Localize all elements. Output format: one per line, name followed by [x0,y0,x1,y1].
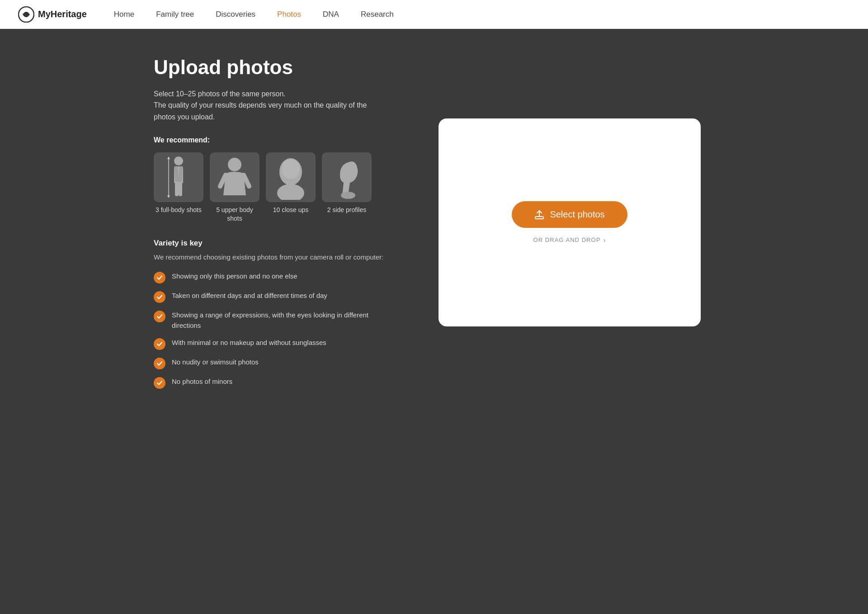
check-icon-6 [154,377,165,389]
drop-zone[interactable]: Select photos OR DRAG AND DROP › [439,118,701,326]
check-icon-1 [154,272,165,283]
variety-heading: Variety is key [154,239,389,248]
check-icon-4 [154,338,165,350]
photo-type-closeup-box [266,152,316,202]
navbar: MyHeritage Home Family tree Discoveries … [0,0,868,29]
photo-type-fullbody: 3 full-body shots [154,152,203,222]
logo-text: MyHeritage [38,9,87,19]
variety-subtext: We recommend choosing existing photos fr… [154,252,389,263]
checklist-item-2: Taken on different days and at different… [154,291,389,303]
photo-type-upperbody-box [210,152,259,202]
upper-body-icon [217,155,253,200]
nav-item-discoveries[interactable]: Discoveries [216,10,255,19]
photo-type-sideprofile: 2 side profiles [322,152,372,222]
nav-links: Home Family tree Discoveries Photos DNA … [114,10,394,19]
chevron-right-icon: › [603,236,606,244]
svg-point-10 [228,158,241,171]
upload-icon [534,210,544,220]
svg-marker-8 [167,156,170,159]
subtitle: Select 10–25 photos of the same person.T… [154,88,389,123]
right-panel: Select photos OR DRAG AND DROP › [425,56,714,389]
checklist-text-2: Taken on different days and at different… [172,291,327,301]
svg-rect-6 [179,182,182,196]
svg-point-12 [282,159,300,179]
page-title: Upload photos [154,56,389,79]
recommend-heading: We recommend: [154,136,389,144]
photo-type-upperbody: 5 upper bodyshots [210,152,259,222]
checkmark-icon [156,313,163,320]
checkmark-icon [156,294,163,300]
photo-type-upperbody-label: 5 upper bodyshots [216,206,253,222]
check-icon-3 [154,311,165,322]
svg-rect-15 [535,217,543,219]
svg-point-13 [277,184,304,200]
checkmark-icon [156,360,163,367]
photo-types: 3 full-body shots 5 upper bodyshots [154,152,389,222]
checkmark-icon [156,380,163,386]
checkmark-icon [156,341,163,347]
svg-point-14 [341,192,355,199]
checklist-text-6: No photos of minors [172,377,232,387]
checklist-text-4: With minimal or no makeup and without su… [172,338,326,348]
checklist-item-6: No photos of minors [154,377,389,389]
nav-item-dna[interactable]: DNA [323,10,339,19]
checklist-item-5: No nudity or swimsuit photos [154,357,389,369]
checklist-text-5: No nudity or swimsuit photos [172,357,259,368]
photo-type-closeup-label: 10 close ups [273,206,309,214]
checklist: Showing only this person and no one else… [154,271,389,389]
nav-item-research[interactable]: Research [361,10,394,19]
photo-type-fullbody-label: 3 full-body shots [156,206,202,214]
svg-marker-9 [167,195,170,198]
svg-point-1 [174,156,183,165]
checklist-item-4: With minimal or no makeup and without su… [154,338,389,350]
checklist-item-1: Showing only this person and no one else [154,271,389,283]
logo[interactable]: MyHeritage [18,6,87,23]
select-photos-button[interactable]: Select photos [512,201,627,228]
photo-type-fullbody-box [154,152,203,202]
check-icon-2 [154,291,165,303]
photo-type-sideprofile-label: 2 side profiles [327,206,366,214]
drag-drop-text[interactable]: OR DRAG AND DROP › [533,236,606,244]
check-icon-5 [154,358,165,369]
svg-rect-5 [175,182,179,196]
full-body-icon [165,155,192,200]
nav-item-photos[interactable]: Photos [277,10,301,19]
checkmark-icon [156,274,163,281]
main-content: Upload photos Select 10–25 photos of the… [118,29,750,416]
checklist-item-3: Showing a range of expressions, with the… [154,310,389,331]
left-panel: Upload photos Select 10–25 photos of the… [154,56,389,389]
nav-item-home[interactable]: Home [114,10,134,19]
side-profile-icon [331,155,363,200]
nav-item-family-tree[interactable]: Family tree [156,10,194,19]
checklist-text-1: Showing only this person and no one else [172,271,297,282]
checklist-text-3: Showing a range of expressions, with the… [172,310,389,331]
closeup-icon [274,155,308,200]
photo-type-closeup: 10 close ups [266,152,316,222]
photo-type-sideprofile-box [322,152,372,202]
logo-icon [18,6,34,23]
